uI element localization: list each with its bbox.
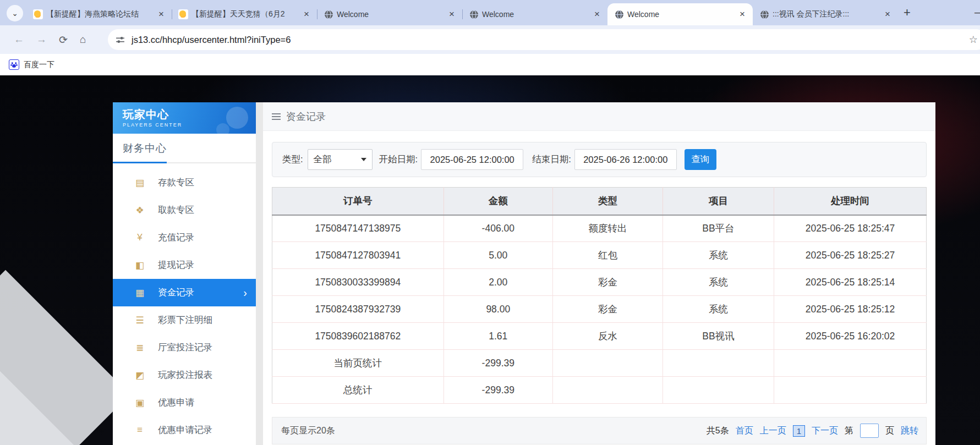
table-row: 当前页统计-299.39 <box>272 350 927 377</box>
table-cell: 2025-06-25 18:25:12 <box>774 296 926 323</box>
start-date-input[interactable] <box>421 149 523 170</box>
prev-page-link[interactable]: 上一页 <box>760 425 786 437</box>
tab-close-icon[interactable]: × <box>302 9 311 20</box>
back-icon[interactable]: ← <box>14 34 24 46</box>
filter-bar: 类型: 全部 开始日期: 结束日期: 查询 <box>272 142 927 177</box>
table-cell: -406.00 <box>444 215 553 242</box>
forward-icon[interactable]: → <box>36 34 47 46</box>
table-cell: 额度转出 <box>553 215 663 242</box>
finance-section-title: 财务中心 <box>113 141 256 156</box>
menu-toggle-icon[interactable] <box>272 113 281 120</box>
reload-icon[interactable]: ⟳ <box>59 34 68 46</box>
browser-tab[interactable]: Welcome× <box>607 3 753 25</box>
browser-toolbar: ← → ⟳ ⌂ js13.cc/hhcp/usercenter.html?ini… <box>0 25 980 54</box>
table-cell: 彩金 <box>553 269 663 296</box>
jump-page-input[interactable] <box>860 424 879 438</box>
sidebar-item-label: 优惠申请记录 <box>158 424 212 436</box>
tab-strip: ⌄ 【新提醒】海燕策略论坛结×【新提醒】天天竞猜（6月2×Welcome×Wel… <box>0 0 980 25</box>
globe-favicon-icon <box>614 9 624 19</box>
sidebar-item-label: 存款专区 <box>158 177 194 189</box>
withdraw-hand-icon: ❖ <box>134 205 146 216</box>
table-cell: 红包 <box>553 242 663 269</box>
table-header-cell: 金额 <box>444 188 553 215</box>
sidebar-item-label: 玩家投注报表 <box>158 369 212 381</box>
sidebar-item-厅室投注记录[interactable]: ≣厅室投注记录› <box>113 334 256 361</box>
site-settings-icon[interactable] <box>116 35 125 45</box>
sidebar-item-存款专区[interactable]: ▤存款专区› <box>113 169 256 196</box>
sidebar-banner: 玩家中心 PLAYERS CENTER <box>113 102 256 134</box>
table-cell: 系统 <box>663 242 774 269</box>
table-cell <box>553 377 663 404</box>
next-page-link[interactable]: 下一页 <box>812 425 838 437</box>
sidebar-item-label: 资金记录 <box>158 287 194 299</box>
browser-tab[interactable]: Welcome× <box>317 3 462 25</box>
chat-bubble-favicon-icon <box>33 9 43 19</box>
bookmark-item[interactable]: 百度一下 <box>24 60 54 70</box>
sidebar-item-取款专区[interactable]: ❖取款专区› <box>113 196 256 224</box>
end-date-input[interactable] <box>574 149 677 170</box>
table-cell: 5.00 <box>444 242 553 269</box>
recharge-moneybag-icon: ¥ <box>134 232 146 243</box>
table-row: 17508396021887621.61反水BB视讯2025-06-25 16:… <box>272 323 927 350</box>
jump-button[interactable]: 跳转 <box>901 425 918 437</box>
table-cell <box>663 377 774 404</box>
sidebar-item-label: 厅室投注记录 <box>158 342 212 354</box>
type-select[interactable]: 全部 <box>308 149 373 170</box>
sidebar-item-玩家投注报表[interactable]: ◩玩家投注报表› <box>113 361 256 389</box>
chevron-down-icon <box>361 158 366 161</box>
address-bar[interactable]: js13.cc/hhcp/usercenter.html?iniType=6 ☆ <box>108 29 980 50</box>
gamepad-graphic <box>226 107 248 129</box>
table-header-cell: 订单号 <box>272 188 444 215</box>
table-cell: 总统计 <box>272 377 444 404</box>
table-header-cell: 类型 <box>553 188 663 215</box>
sidebar-item-label: 提现记录 <box>158 259 194 271</box>
tab-close-icon[interactable]: × <box>156 9 166 20</box>
table-cell: 彩金 <box>553 296 663 323</box>
funds-record-table: 订单号金额类型项目处理时间 1750847147138975-406.00额度转… <box>272 187 927 404</box>
table-cell: 系统 <box>663 269 774 296</box>
url-text[interactable]: js13.cc/hhcp/usercenter.html?iniType=6 <box>132 35 969 45</box>
globe-favicon-icon <box>469 9 479 19</box>
pager: 共5条 首页 上一页 1 下一页 第 页 跳转 <box>707 424 918 438</box>
tab-title: Welcome <box>482 10 589 19</box>
browser-tab[interactable]: Welcome× <box>462 3 607 25</box>
sidebar-item-优惠申请记录[interactable]: ≡优惠申请记录› <box>113 416 256 444</box>
search-button[interactable]: 查询 <box>685 149 716 170</box>
bookmark-star-icon[interactable]: ☆ <box>969 34 978 46</box>
table-cell: BB视讯 <box>663 323 774 350</box>
table-head: 订单号金额类型项目处理时间 <box>272 188 927 215</box>
promo-record-icon: ≡ <box>134 425 146 436</box>
tab-close-icon[interactable]: × <box>883 9 893 20</box>
tab-search-button[interactable]: ⌄ <box>7 5 23 21</box>
tab-title: Welcome <box>627 10 734 19</box>
home-icon[interactable]: ⌂ <box>80 34 86 46</box>
jump-label-pre: 第 <box>845 425 853 437</box>
browser-tab[interactable]: 【新提醒】海燕策略论坛结× <box>26 3 172 25</box>
table-row: 17508471278039415.00红包系统2025-06-25 18:25… <box>272 242 927 269</box>
funds-record-icon: ▦ <box>134 287 146 299</box>
new-tab-button[interactable]: + <box>904 6 911 20</box>
sidebar-item-优惠申请[interactable]: ▣优惠申请› <box>113 389 256 416</box>
table-cell: 反水 <box>553 323 663 350</box>
promo-apply-icon: ▣ <box>134 397 146 409</box>
tab-close-icon[interactable]: × <box>737 9 747 20</box>
table-cell: 1750830033399894 <box>272 269 444 296</box>
current-page-badge[interactable]: 1 <box>793 425 805 437</box>
table-cell: 2.00 <box>444 269 553 296</box>
main-header: 资金记录 <box>263 102 935 131</box>
browser-tab[interactable]: :::视讯 会员下注纪录:::× <box>753 3 898 25</box>
sidebar-item-提现记录[interactable]: ◧提现记录› <box>113 251 256 279</box>
sidebar-item-资金记录[interactable]: ▦资金记录› <box>113 279 256 306</box>
tab-title: 【新提醒】天天竞猜（6月2 <box>191 9 298 19</box>
sidebar-item-充值记录[interactable]: ¥充值记录› <box>113 224 256 251</box>
sidebar-item-彩票下注明细[interactable]: ☰彩票下注明细› <box>113 306 256 334</box>
chat-bubble-favicon-icon <box>178 9 188 19</box>
browser-tab[interactable]: 【新提醒】天天竞猜（6月2× <box>172 3 317 25</box>
tab-close-icon[interactable]: × <box>447 9 457 20</box>
tab-title: Welcome <box>337 10 444 19</box>
first-page-link[interactable]: 首页 <box>736 425 753 437</box>
table-row: 1750847147138975-406.00额度转出BB平台2025-06-2… <box>272 215 927 242</box>
minimize-button[interactable]: — <box>974 8 980 18</box>
tab-close-icon[interactable]: × <box>592 9 602 20</box>
per-page-label: 每页显示20条 <box>281 425 335 437</box>
